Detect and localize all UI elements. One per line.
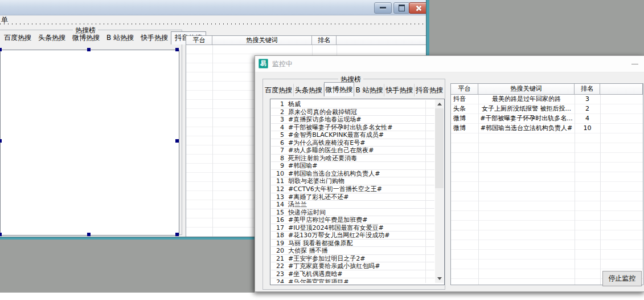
list-item[interactable]: 24#乌尔善官宣新项目# <box>271 278 434 283</box>
column-header[interactable]: 排名 <box>575 84 600 95</box>
list-item-rank: 4 <box>271 124 284 131</box>
empty-row <box>451 133 643 143</box>
list-item[interactable]: 20大侦探 播不播 <box>271 247 434 255</box>
tab-4[interactable]: B 站热搜 <box>354 84 384 96</box>
tab-3-selected[interactable]: 微博热搜 <box>324 82 355 96</box>
list-item[interactable]: 11胡歌与老婆出门购物 <box>271 177 434 185</box>
list-item[interactable]: 9#韩国瑜# <box>271 162 434 170</box>
selection-handle[interactable] <box>175 48 179 51</box>
designer-titlebar[interactable] <box>0 0 429 15</box>
minimize-button[interactable] <box>625 56 644 72</box>
list-item[interactable]: 2原来公司真的会裁掉销冠 <box>271 108 434 116</box>
monitor-titlebar[interactable] <box>255 56 644 72</box>
list-item[interactable]: 5#金智秀BLACKPINK最富有成员# <box>271 131 434 139</box>
tab-2[interactable]: 头条热搜 <box>294 84 324 96</box>
column-header[interactable]: 平台 <box>451 84 478 95</box>
list-item[interactable]: 10#韩国瑜当选台立法机构负责人# <box>271 170 434 178</box>
list-item[interactable]: 13#离婚了彩礼还不还# <box>271 193 434 201</box>
selection-handle[interactable] <box>0 48 2 51</box>
column-header-blank[interactable] <box>600 84 643 95</box>
tab-1[interactable]: 百度热搜 <box>264 84 294 96</box>
list-item[interactable]: 21#王安宇参加过明日之子2# <box>271 255 434 263</box>
tab-1[interactable]: 百度热搜 <box>1 33 34 44</box>
column-header-blank[interactable] <box>337 36 426 45</box>
list-item-rank: 21 <box>271 255 284 262</box>
selection-handle[interactable] <box>87 48 91 51</box>
list-item-rank: 17 <box>271 224 284 232</box>
tab-4[interactable]: B 站热搜 <box>104 33 137 44</box>
list-item-text: 胡歌与老婆出门购物 <box>284 177 344 185</box>
table-row[interactable]: 微博#干部被曝妻子怀孕时出轨多名...4 <box>451 114 643 124</box>
list-item-text: 快递停运时间 <box>284 209 326 216</box>
scrollbar-thumb[interactable] <box>435 108 444 188</box>
list-item-text: #金智秀BLACKPINK最富有成员# <box>284 131 384 139</box>
list-item[interactable]: 4#干部被曝妻子怀孕时出轨多名女性# <box>271 124 434 132</box>
column-header[interactable]: 排名 <box>312 36 337 45</box>
list-item[interactable]: 19马丽 我看着都挺像原配 <box>271 240 434 248</box>
list-item-text: #乌尔善官宣新项目# <box>284 278 348 283</box>
list-item-text: #丁克家庭要给亲戚小孩红包吗# <box>284 262 380 270</box>
list-item-text: 原来公司真的会裁掉销冠 <box>284 108 357 116</box>
table-row[interactable]: 头条女子上厕所没纸报警 被拒后投...2 <box>451 104 643 114</box>
list-item[interactable]: 15快递停运时间 <box>271 209 434 217</box>
tab-3[interactable]: 微博热搜 <box>69 33 102 44</box>
list-item[interactable]: 12#CCTV6大年初一首播长空之王# <box>271 185 434 193</box>
list-item-rank: 7 <box>271 147 284 154</box>
list-item-rank: 23 <box>271 270 284 278</box>
list-item-text: #韩国瑜当选台立法机构负责人# <box>284 170 380 177</box>
list-item[interactable]: 8死刑注射前为啥还要消毒 <box>271 155 434 163</box>
desktop-background <box>0 239 255 293</box>
desktop-background <box>429 0 644 55</box>
list-item[interactable]: 23#坐飞机偶遇鹿晗# <box>271 270 434 278</box>
list-item[interactable]: 17#IU登顶2024韩国最富有女爱豆# <box>271 224 434 232</box>
list-item[interactable]: 6#为什么高铁座椅没有E号# <box>271 139 434 147</box>
list-item[interactable]: 18#花130万帮女儿当网红2年没成功# <box>271 232 434 240</box>
maximize-button[interactable] <box>393 2 410 14</box>
empty-row <box>451 260 643 269</box>
tab-5[interactable]: 快手热搜 <box>138 33 171 44</box>
selection-handle[interactable] <box>175 233 179 236</box>
list-item[interactable]: 7#劝人多睡的医生自己在熬夜# <box>271 147 434 155</box>
grid-line <box>478 95 479 285</box>
column-header[interactable]: 热搜关键词 <box>212 36 312 45</box>
empty-row <box>451 172 643 182</box>
table-row[interactable]: 抖音最美的路是过年回家的路3 <box>451 95 643 104</box>
hot-search-listbox[interactable] <box>0 50 179 236</box>
list-item[interactable]: 1杨威 <box>271 100 434 108</box>
tab-2[interactable]: 头条热搜 <box>35 33 68 44</box>
list-item[interactable]: 14汤兰兰 <box>271 201 434 209</box>
tab-6[interactable]: 抖音热搜 <box>415 84 444 96</box>
minimize-button[interactable] <box>374 2 392 14</box>
platform-tab-strip: 百度热搜头条热搜微博热搜B 站热搜快手热搜抖音热搜 <box>264 84 444 96</box>
selection-handle[interactable] <box>0 139 2 143</box>
cell: 2 <box>575 104 600 113</box>
list-item-rank: 8 <box>271 155 284 162</box>
cell: 微博 <box>451 124 478 133</box>
empty-row <box>451 153 643 163</box>
scrollbar[interactable] <box>435 100 444 283</box>
list-item-rank: 13 <box>271 193 284 201</box>
stop-monitor-button[interactable]: 停止监控 <box>602 271 642 286</box>
tab-5[interactable]: 快手热搜 <box>384 84 415 96</box>
close-button[interactable] <box>409 2 428 14</box>
list-item-rank: 15 <box>271 209 284 216</box>
column-header[interactable]: 热搜关键词 <box>478 84 575 95</box>
cell: 头条 <box>451 104 478 113</box>
cell: #韩国瑜当选台立法机构负责人# <box>478 124 575 133</box>
table-row[interactable]: 微博#韩国瑜当选台立法机构负责人#10 <box>451 124 643 133</box>
cell: 4 <box>575 114 600 123</box>
list-item[interactable]: 3#直播探访多地春运现场# <box>271 116 434 124</box>
list-item-text: #王安宇参加过明日之子2# <box>284 255 365 262</box>
list-item[interactable]: 16#美甲店称过年费是加班费# <box>271 216 434 224</box>
scroll-up-button[interactable] <box>435 100 444 108</box>
selection-handle[interactable] <box>87 233 91 236</box>
selection-handle[interactable] <box>0 233 2 236</box>
scroll-down-button[interactable] <box>435 274 444 283</box>
list-item-text: #IU登顶2024韩国最富有女爱豆# <box>284 224 384 232</box>
list-item-rank: 10 <box>271 170 284 177</box>
list-item-rank: 9 <box>271 162 284 169</box>
list-item-text: 马丽 我看着都挺像原配 <box>284 240 353 247</box>
selection-handle[interactable] <box>175 139 179 143</box>
column-header[interactable]: 平台 <box>186 36 212 45</box>
list-item[interactable]: 22#丁克家庭要给亲戚小孩红包吗# <box>271 262 434 270</box>
